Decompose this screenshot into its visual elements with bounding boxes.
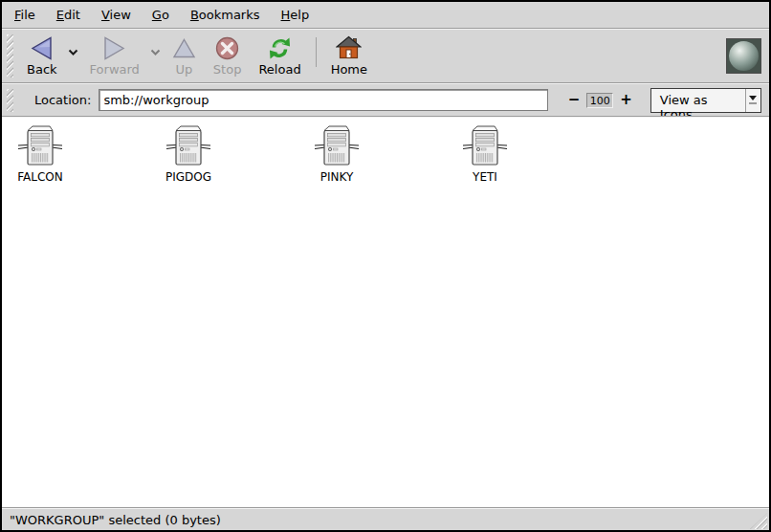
toolbar-grip-handle[interactable] — [7, 34, 13, 78]
location-input[interactable] — [99, 89, 547, 111]
home-label: Home — [331, 62, 367, 77]
server-name-label: PINKY — [320, 170, 354, 184]
network-server-icon — [18, 125, 62, 167]
zoom-level-indicator[interactable]: 100 — [586, 93, 613, 108]
up-icon — [172, 34, 196, 61]
reload-label: Reload — [258, 62, 300, 77]
menu-bookmarks[interactable]: Bookmarks — [180, 4, 271, 26]
status-text: "WORKGROUP" selected (0 bytes) — [10, 513, 221, 527]
server-name-label: YETI — [473, 170, 497, 184]
forward-label: Forward — [90, 62, 140, 77]
menu-go[interactable]: Go — [142, 4, 180, 26]
back-label: Back — [27, 62, 57, 77]
file-manager-window: File Edit View Go Bookmarks Help Back — [0, 0, 771, 532]
zoom-out-button[interactable]: − — [563, 93, 585, 107]
zoom-control: − 100 + — [563, 93, 637, 108]
menu-help[interactable]: Help — [271, 4, 320, 26]
server-item-yeti[interactable]: YETI — [447, 125, 523, 184]
menu-edit[interactable]: Edit — [46, 4, 91, 26]
zoom-in-button[interactable]: + — [615, 93, 637, 107]
location-bar-grip-handle[interactable] — [7, 89, 13, 112]
server-item-pinky[interactable]: PINKY — [298, 125, 375, 184]
reload-icon — [267, 34, 293, 61]
view-as-dropdown[interactable]: View as Icons — [650, 88, 761, 113]
stop-label: Stop — [213, 62, 242, 77]
home-button[interactable]: Home — [322, 32, 376, 80]
forward-icon — [102, 34, 126, 61]
home-icon — [336, 34, 362, 61]
dropdown-arrow-icon — [746, 89, 760, 112]
location-bar: Location: − 100 + View as Icons — [2, 84, 769, 116]
forward-button[interactable]: Forward — [81, 32, 148, 80]
network-server-icon — [463, 125, 507, 167]
back-icon — [30, 34, 54, 61]
window-resize-grip[interactable] — [750, 513, 767, 529]
stop-button[interactable]: Stop — [205, 32, 251, 80]
stop-icon — [215, 34, 239, 61]
back-button[interactable]: Back — [18, 32, 66, 80]
toolbar-separator — [316, 37, 317, 67]
server-name-label: FALCON — [17, 170, 63, 184]
network-server-icon — [315, 125, 359, 167]
reload-button[interactable]: Reload — [250, 32, 309, 80]
forward-history-dropdown[interactable] — [148, 45, 164, 60]
menu-bar: File Edit View Go Bookmarks Help — [2, 2, 769, 28]
view-as-label: View as Icons — [651, 89, 745, 112]
menu-file[interactable]: File — [4, 4, 46, 26]
up-label: Up — [175, 62, 192, 77]
throbber-frame — [726, 38, 761, 74]
network-server-icon — [166, 125, 210, 167]
up-button[interactable]: Up — [164, 32, 205, 80]
menu-view[interactable]: View — [91, 4, 142, 26]
throbber — [726, 38, 761, 74]
server-item-pigdog[interactable]: PIGDOG — [150, 125, 227, 184]
server-icon-row: FALCON PIGDOG PINKY YETI — [2, 125, 769, 184]
back-history-dropdown[interactable] — [66, 45, 81, 60]
icon-view-canvas: FALCON PIGDOG PINKY YETI — [2, 118, 769, 507]
throbber-sphere-icon — [729, 41, 759, 71]
location-label: Location: — [34, 93, 91, 107]
toolbar: Back Forward Up — [2, 30, 769, 82]
status-bar: "WORKGROUP" selected (0 bytes) — [2, 509, 769, 530]
server-item-falcon[interactable]: FALCON — [2, 125, 78, 184]
server-name-label: PIGDOG — [165, 170, 211, 184]
